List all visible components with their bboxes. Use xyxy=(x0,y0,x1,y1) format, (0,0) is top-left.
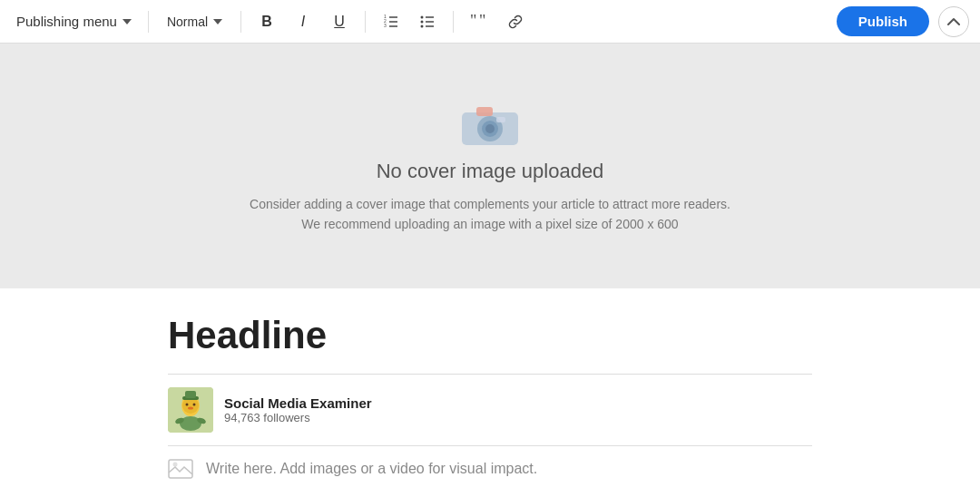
svg-rect-19 xyxy=(496,117,505,122)
cover-subtitle-line1: Consider adding a cover image that compl… xyxy=(250,197,730,211)
style-chevron-icon xyxy=(213,19,222,24)
unordered-list-button[interactable] xyxy=(413,7,442,36)
author-info: Social Media Examiner 94,763 followers xyxy=(224,395,372,424)
italic-button[interactable]: I xyxy=(289,7,318,36)
cover-subtitle-line2: We recommend uploading an image with a p… xyxy=(301,217,678,231)
link-icon xyxy=(507,14,524,30)
svg-point-6 xyxy=(421,15,424,18)
avatar-illustration xyxy=(168,387,213,433)
svg-point-17 xyxy=(485,124,495,133)
toolbar: Publishing menu Normal B I U 1 2 3 xyxy=(0,0,980,44)
camera-icon xyxy=(458,98,522,149)
author-avatar xyxy=(168,387,213,433)
author-name: Social Media Examiner xyxy=(224,395,372,411)
blockquote-button[interactable]: " " xyxy=(465,7,494,36)
unordered-list-icon xyxy=(419,14,436,30)
ordered-list-icon: 1 2 3 xyxy=(383,14,399,30)
collapse-button[interactable] xyxy=(938,6,969,37)
publishing-menu-button[interactable]: Publishing menu xyxy=(11,10,137,33)
svg-rect-27 xyxy=(185,391,196,398)
svg-point-23 xyxy=(186,404,189,406)
publish-button[interactable]: Publish xyxy=(837,6,929,36)
link-button[interactable] xyxy=(501,7,530,36)
article-headline[interactable]: Headline xyxy=(168,314,812,357)
cover-area: No cover image uploaded Consider adding … xyxy=(0,44,980,288)
svg-text:3: 3 xyxy=(384,23,387,28)
svg-point-24 xyxy=(193,404,196,406)
toolbar-right: Publish xyxy=(837,6,969,37)
content-area: Headline xyxy=(0,288,980,497)
separator-1 xyxy=(148,11,149,33)
blockquote-icon: " " xyxy=(470,14,488,30)
cover-title: No cover image uploaded xyxy=(377,160,604,183)
svg-text:": " xyxy=(479,14,485,30)
separator-2 xyxy=(240,11,241,33)
svg-rect-18 xyxy=(476,107,493,116)
svg-point-7 xyxy=(421,20,424,23)
camera-icon-wrap xyxy=(458,98,522,149)
write-placeholder[interactable]: Write here. Add images or a video for vi… xyxy=(206,461,537,477)
style-select-label: Normal xyxy=(167,15,208,29)
media-placeholder-icon xyxy=(168,459,193,479)
bold-button[interactable]: B xyxy=(252,7,281,36)
chevron-up-icon xyxy=(947,17,960,26)
cover-subtitle: Consider adding a cover image that compl… xyxy=(250,194,730,235)
publishing-menu-chevron-icon xyxy=(122,19,132,24)
svg-point-32 xyxy=(173,463,178,467)
write-divider xyxy=(168,445,812,446)
author-divider xyxy=(168,374,812,375)
author-row: Social Media Examiner 94,763 followers xyxy=(168,387,812,433)
publishing-menu-label: Publishing menu xyxy=(16,14,117,29)
write-row: Write here. Add images or a video for vi… xyxy=(168,459,812,479)
underline-button[interactable]: U xyxy=(325,7,354,36)
author-followers: 94,763 followers xyxy=(224,411,372,424)
style-select[interactable]: Normal xyxy=(160,11,230,33)
svg-point-25 xyxy=(188,407,193,410)
separator-3 xyxy=(365,11,366,33)
separator-4 xyxy=(453,11,454,33)
ordered-list-button[interactable]: 1 2 3 xyxy=(377,7,406,36)
svg-text:": " xyxy=(470,14,476,30)
svg-point-8 xyxy=(421,24,424,27)
